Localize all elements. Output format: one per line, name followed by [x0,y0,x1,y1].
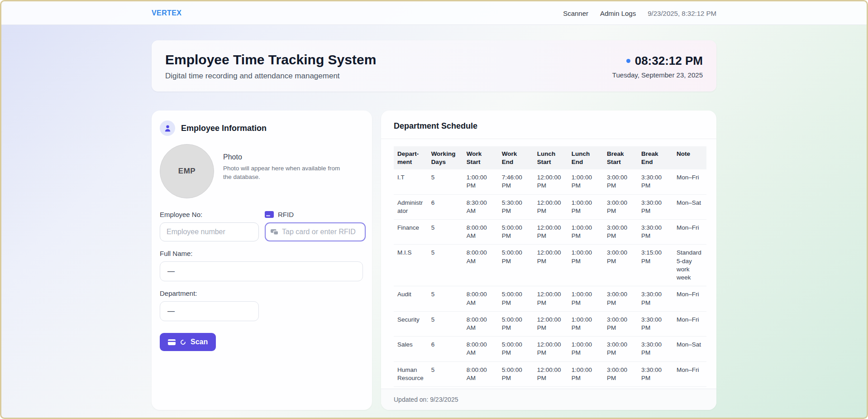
schedule-table-row: I.T51:00:00 PM7:46:00 PM12:00:00 PM1:00:… [394,169,706,194]
schedule-table-cell: 8:00:00 AM [463,245,498,286]
schedule-column-header: Working Days [428,146,463,169]
schedule-table-cell: 12:00:00 PM [534,337,568,361]
schedule-table-cell: 12:00:00 PM [534,169,568,194]
schedule-table-cell: 1:00:00 PM [568,311,603,336]
schedule-table-cell: I.T [394,169,428,194]
schedule-table-cell: 1:00:00 PM [568,219,603,244]
schedule-table-cell: 3:30:00 PM [638,311,673,336]
schedule-column-header: Depart-ment [394,146,428,169]
schedule-table-cell: 5 [428,219,463,244]
schedule-table-row: Human Resource58:00:00 AM5:00:00 PM12:00… [394,361,706,386]
schedule-table-row: Audit58:00:00 AM5:00:00 PM12:00:00 PM1:0… [394,286,706,311]
scan-button[interactable]: Scan [160,333,216,351]
schedule-updated-text: Updated on: 9/23/2025 [394,396,458,403]
schedule-table-cell: Mon–Fri [673,361,706,386]
schedule-table-cell: 6 [428,194,463,219]
schedule-table-cell: 5:00:00 PM [498,361,534,386]
employee-no-label: Employee No: [160,210,259,218]
schedule-table-cell: 5 [428,361,463,386]
schedule-table-cell: 3:00:00 PM [603,361,638,386]
schedule-table-cell: 5 [428,169,463,194]
schedule-table-cell: 3:00:00 PM [603,194,638,219]
schedule-table-cell: 3:30:00 PM [638,337,673,361]
schedule-table-cell: 3:00:00 PM [603,286,638,311]
schedule-table-row: Administrator68:30:00 AM5:30:00 PM12:00:… [394,194,706,219]
schedule-table-cell: 3:30:00 PM [638,194,673,219]
schedule-table-cell: 5 [428,286,463,311]
schedule-table-cell: 8:00:00 AM [463,337,498,361]
schedule-table-cell: 1:00:00 PM [568,194,603,219]
schedule-table-cell: Administrator [394,194,428,219]
schedule-table-cell: Mon–Fri [673,219,706,244]
schedule-table-cell: 1:00:00 PM [568,337,603,361]
schedule-column-header: Break Start [603,146,638,169]
schedule-table-cell: 8:00:00 AM [463,286,498,311]
schedule-table-cell: 12:00:00 PM [534,194,568,219]
schedule-table-cell: Mon–Sat [673,194,706,219]
photo-hint: Photo will appear here when available fr… [223,164,345,181]
nav-link-scanner[interactable]: Scanner [563,10,588,17]
schedule-table-cell: 12:00:00 PM [534,245,568,286]
schedule-column-header: Lunch Start [534,146,568,169]
schedule-table-cell: 12:00:00 PM [534,311,568,336]
photo-initials: EMP [178,167,196,176]
live-indicator-dot [626,59,630,63]
schedule-table-cell: Standard 5-day work week [673,245,706,286]
department-schedule-panel: Department Schedule Depart-mentWorking D… [381,111,716,410]
schedule-table-cell: 5:00:00 PM [498,337,534,361]
schedule-table-cell: 8:00:00 AM [463,219,498,244]
schedule-table: Depart-mentWorking DaysWork StartWork En… [394,146,706,387]
schedule-table-cell: Security [394,311,428,336]
schedule-table-cell: 1:00:00 PM [568,286,603,311]
schedule-table-cell: 8:00:00 AM [463,361,498,386]
employee-info-panel: Employee Information EMP Photo Photo wil… [152,111,372,410]
full-name-value: — [160,261,363,281]
schedule-table-cell: 3:00:00 PM [603,311,638,336]
schedule-table-cell: 5:00:00 PM [498,245,534,286]
employee-info-title: Employee Information [181,124,267,133]
schedule-table-cell: 3:30:00 PM [638,361,673,386]
schedule-table-cell: 5:30:00 PM [498,194,534,219]
top-nav: VERTEX Scanner Admin Logs 9/23/2025, 8:3… [1,1,867,25]
schedule-column-header: Work Start [463,146,498,169]
rfid-card-icon [265,211,274,218]
schedule-table-cell: Mon–Fri [673,169,706,194]
scan-button-label: Scan [191,338,208,346]
schedule-table-cell: 5:00:00 PM [498,311,534,336]
tap-card-icon [270,229,278,235]
schedule-table-cell: 12:00:00 PM [534,219,568,244]
clock-date: Tuesday, September 23, 2025 [612,71,703,79]
schedule-table-cell: 1:00:00 PM [568,169,603,194]
schedule-table-cell: 5 [428,311,463,336]
person-icon [160,120,175,136]
full-name-label: Full Name: [160,249,363,257]
schedule-table-cell: 1:00:00 PM [568,245,603,286]
schedule-table-cell: Mon–Fri [673,311,706,336]
schedule-table-cell: 3:15:00 PM [638,245,673,286]
schedule-column-header: Note [673,146,706,169]
brand-logo[interactable]: VERTEX [152,9,181,17]
app-window: VERTEX Scanner Admin Logs 9/23/2025, 8:3… [0,0,868,419]
schedule-table-cell: 7:46:00 PM [498,169,534,194]
page-subtitle: Digital time recording and attendance ma… [165,72,376,81]
schedule-table-row: Security58:00:00 AM5:00:00 PM12:00:00 PM… [394,311,706,336]
schedule-table-cell: 8:00:00 AM [463,311,498,336]
schedule-table-cell: 3:00:00 PM [603,245,638,286]
rfid-input[interactable] [282,228,360,236]
schedule-table-cell: 3:00:00 PM [603,219,638,244]
schedule-table-cell: 3:00:00 PM [603,169,638,194]
schedule-table-cell: 5:00:00 PM [498,286,534,311]
schedule-table-cell: 8:30:00 AM [463,194,498,219]
schedule-table-cell: 3:30:00 PM [638,286,673,311]
schedule-table-cell: Sales [394,337,428,361]
scan-spinner-icon [180,339,186,346]
schedule-column-header: Work End [498,146,534,169]
schedule-table-cell: M.I.S [394,245,428,286]
employee-no-input[interactable] [160,222,259,241]
schedule-table-cell: 5 [428,245,463,286]
schedule-table-cell: Audit [394,286,428,311]
schedule-title: Department Schedule [394,121,477,130]
photo-label: Photo [223,153,345,161]
nav-link-admin-logs[interactable]: Admin Logs [600,10,636,17]
schedule-table-row: M.I.S58:00:00 AM5:00:00 PM12:00:00 PM1:0… [394,245,706,286]
